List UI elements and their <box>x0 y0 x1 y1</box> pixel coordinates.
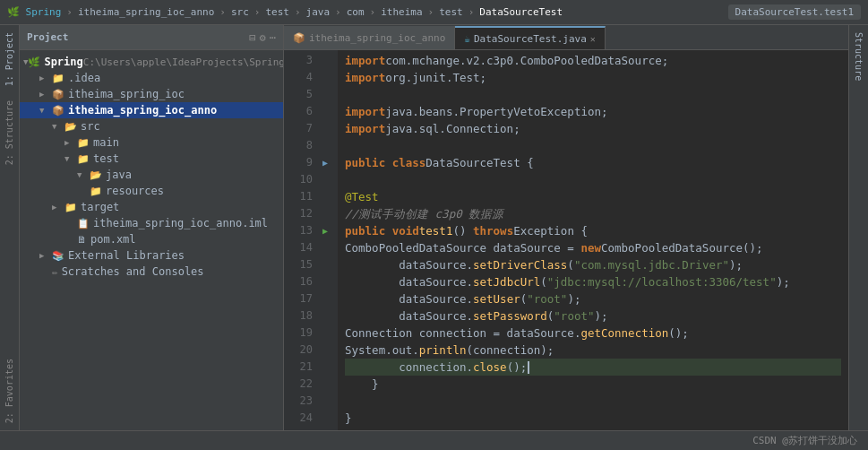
gutter-23 <box>318 393 332 410</box>
tree-ioc-anno[interactable]: ▼ 📦 itheima_spring_ioc_anno <box>20 102 283 118</box>
breadcrumb-testpkg: test <box>439 6 463 18</box>
tree-ioc[interactable]: ▶ 📦 itheima_spring_ioc <box>20 86 283 102</box>
gutter: ▶ ▶ <box>318 50 338 430</box>
tab-module-label: itheima_spring_ioc_anno <box>309 32 445 44</box>
tree-main[interactable]: ▶ 📁 main <box>20 134 283 151</box>
gutter-17 <box>318 290 332 307</box>
breadcrumb-file: DataSourceTest <box>479 6 563 18</box>
gutter-13[interactable]: ▶ <box>318 222 332 239</box>
tab-java-icon: ☕ <box>464 33 470 45</box>
tree-resources[interactable]: 📁 resources <box>20 183 283 199</box>
gutter-24 <box>318 410 332 427</box>
line-4: import org.junit.Test; <box>345 69 841 86</box>
gutter-20 <box>318 342 332 359</box>
gutter-15 <box>318 256 332 273</box>
breadcrumb: 🌿 Spring › itheima_spring_ioc_anno › src… <box>7 6 563 18</box>
line-17: dataSource.setUser("root"); <box>345 290 841 307</box>
panel-toolbar: ⊟ ⚙ ⋯ <box>249 31 276 44</box>
gutter-8 <box>318 137 332 154</box>
code-editor[interactable]: import com.mchange.v2.c3p0.ComboPooledDa… <box>338 50 848 430</box>
tree-idea[interactable]: ▶ 📁 .idea <box>20 70 283 86</box>
breadcrumb-spring: 🌿 Spring <box>7 6 61 18</box>
title-bar: 🌿 Spring › itheima_spring_ioc_anno › src… <box>0 0 868 25</box>
editor-area: 📦 itheima_spring_ioc_anno ☕ DataSourceTe… <box>284 25 848 430</box>
status-bar: CSDN @苏打饼干没加心 <box>0 430 868 450</box>
line-15: dataSource.setDriverClass("com.mysql.jdb… <box>345 256 841 273</box>
tree-iml[interactable]: 📋 itheima_spring_ioc_anno.iml <box>20 215 283 231</box>
tab-close-icon[interactable]: ✕ <box>590 34 596 44</box>
watermark: CSDN @苏打饼干没加心 <box>752 434 857 447</box>
panel-title: Project <box>27 31 68 43</box>
tab-project[interactable]: 1: Project <box>2 25 17 93</box>
tree-src[interactable]: ▼ 📂 src <box>20 118 283 134</box>
line-23 <box>345 393 841 410</box>
tree-root[interactable]: ▼ 🌿 Spring C:\Users\apple\IdeaProjects\S… <box>20 54 283 70</box>
tab-favorites[interactable]: 2: Favorites <box>2 351 17 430</box>
left-sidebar-tabs: 1: Project 2: Structure 2: Favorites <box>0 25 20 430</box>
breadcrumb-src: src <box>231 6 249 18</box>
line-8 <box>345 137 841 154</box>
tree-ext-libs[interactable]: ▶ 📚 External Libraries <box>20 247 283 264</box>
line-14: ComboPooledDataSource dataSource = new C… <box>345 239 841 256</box>
gutter-11 <box>318 188 332 205</box>
right-sidebar-tabs: Structure <box>848 25 868 430</box>
gutter-21 <box>318 359 332 376</box>
tree-java[interactable]: ▼ 📂 java <box>20 167 283 183</box>
line-6: import java.beans.PropertyVetoException; <box>345 103 841 120</box>
gutter-9[interactable]: ▶ <box>318 154 332 171</box>
breadcrumb-module: itheima_spring_ioc_anno <box>78 6 214 18</box>
panel-header: Project ⊟ ⚙ ⋯ <box>20 25 283 50</box>
tree-scratches[interactable]: ✏ Scratches and Consoles <box>20 264 283 280</box>
gutter-6 <box>318 103 332 120</box>
line-9: public class DataSourceTest { <box>345 154 841 171</box>
breadcrumb-com: com <box>347 6 365 18</box>
gutter-18 <box>318 307 332 325</box>
tab-structure[interactable]: 2: Structure <box>2 93 17 172</box>
gutter-10 <box>318 171 332 188</box>
breadcrumb-test: test <box>265 6 289 18</box>
gutter-14 <box>318 239 332 256</box>
breadcrumb-itheima: itheima <box>381 6 422 18</box>
gutter-12 <box>318 205 332 222</box>
tab-datasource-label: DataSourceTest.java <box>474 33 587 45</box>
line-16: dataSource.setJdbcUrl("jdbc:mysql://loca… <box>345 273 841 290</box>
gutter-4 <box>318 69 332 86</box>
line-7: import java.sql.Connection; <box>345 120 841 137</box>
gutter-7 <box>318 120 332 137</box>
project-panel: Project ⊟ ⚙ ⋯ ▼ 🌿 Spring C:\Users\apple\… <box>20 25 284 430</box>
main-layout: 1: Project 2: Structure 2: Favorites Pro… <box>0 25 868 430</box>
gutter-22 <box>318 376 332 393</box>
line-24: } <box>345 410 841 427</box>
line-10 <box>345 171 841 188</box>
line-20: System.out.println(connection); <box>345 342 841 359</box>
gutter-3 <box>318 52 332 69</box>
line-21: connection.close(); <box>345 359 841 376</box>
line-12: //测试手动创建 c3p0 数据源 <box>345 205 841 222</box>
tree-pom[interactable]: 🗎 pom.xml <box>20 231 283 247</box>
tree-target[interactable]: ▶ 📁 target <box>20 199 283 215</box>
editor-content[interactable]: 3 4 5 6 7 8 9 10 11 12 13 14 15 16 17 18… <box>284 50 848 430</box>
gutter-19 <box>318 325 332 342</box>
line-11: @Test <box>345 188 841 205</box>
breadcrumb-java: java <box>306 6 331 18</box>
collapse-icon[interactable]: ⊟ <box>249 31 255 44</box>
settings-icon[interactable]: ⚙ <box>260 31 266 44</box>
gear-icon[interactable]: ⋯ <box>270 31 276 44</box>
tab-module[interactable]: 📦 itheima_spring_ioc_anno <box>284 26 455 49</box>
line-22: } <box>345 376 841 393</box>
line-5 <box>345 86 841 103</box>
line-13: public void test1() throws Exception { <box>345 222 841 239</box>
gutter-16 <box>318 273 332 290</box>
tab-module-icon: 📦 <box>293 32 305 44</box>
line-19: Connection connection = dataSource.getCo… <box>345 325 841 342</box>
right-tab-structure[interactable]: Structure <box>851 25 866 88</box>
line-3: import com.mchange.v2.c3p0.ComboPooledDa… <box>345 52 841 69</box>
editor-tabs: 📦 itheima_spring_ioc_anno ☕ DataSourceTe… <box>284 25 848 50</box>
tab-datasource[interactable]: ☕ DataSourceTest.java ✕ <box>455 26 606 49</box>
gutter-5 <box>318 86 332 103</box>
line-numbers: 3 4 5 6 7 8 9 10 11 12 13 14 15 16 17 18… <box>284 50 318 430</box>
tree-test[interactable]: ▼ 📁 test <box>20 151 283 167</box>
line-18: dataSource.setPassword("root"); <box>345 307 841 325</box>
run-config[interactable]: DataSourceTest.test1 <box>728 4 861 20</box>
project-tree: ▼ 🌿 Spring C:\Users\apple\IdeaProjects\S… <box>20 50 283 430</box>
